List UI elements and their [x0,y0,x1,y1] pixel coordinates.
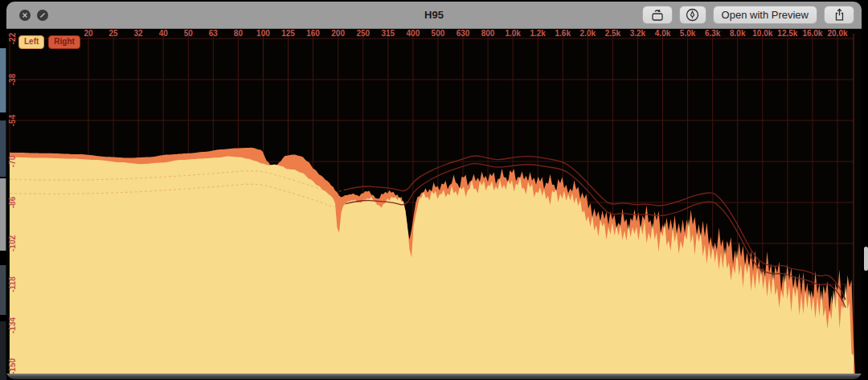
freq-tick-label: 315 [381,29,395,38]
legend-left-chip[interactable]: Left [18,35,44,49]
share-button[interactable] [824,6,854,24]
freq-tick-label: 16.0k [802,29,822,38]
db-tick-label: -118 [8,276,17,292]
background-fragment [0,178,6,251]
freq-tick-label: 125 [281,29,295,38]
freq-tick-label: 4.0k [655,29,670,38]
background-fragment [0,265,6,315]
freq-tick-label: 8.0k [730,29,745,38]
freq-tick-label: 6.3k [705,29,720,38]
db-tick-label: -22 [8,33,17,44]
freq-tick-label: 1.6k [555,29,571,38]
freq-tick-label: 12.5k [777,29,797,38]
freq-tick-label: 160 [306,29,320,38]
background-fragment [0,321,6,380]
freq-tick-label: 100 [256,29,270,38]
legend: Left Right [18,35,80,49]
db-tick-label: -54 [8,115,17,126]
freq-tick-label: 50 [184,29,193,38]
freq-tick-label: 40 [159,29,168,38]
rotate-button[interactable] [642,6,673,24]
spectrum-chart [6,29,862,379]
freq-tick-label: 2.5k [605,29,620,38]
freq-tick-label: 63 [209,29,218,38]
scrollbar-thumb[interactable] [864,247,868,271]
db-tick-label: -134 [8,317,17,333]
titlebar: H95 Open with Preview [6,2,862,29]
freq-tick-label: 80 [234,29,243,38]
freq-tick-label: 10.0k [752,29,772,38]
markup-icon [685,7,700,22]
freq-tick-label: 800 [481,29,495,38]
quicklook-window: H95 Open with Preview [6,2,862,379]
background-fragment [0,121,6,177]
freq-tick-label: 200 [331,29,345,38]
rotate-icon [649,7,665,22]
db-tick-label: -86 [8,197,17,208]
window-bottom-edge [6,374,862,379]
markup-button[interactable] [679,6,706,24]
legend-right-chip[interactable]: Right [48,35,80,49]
share-icon [832,7,847,22]
freq-tick-label: 32 [134,29,143,38]
freq-tick-label: 250 [356,29,370,38]
screen: H95 Open with Preview [0,0,868,380]
spectrum-plot: 2025324050638010012516020025031540050063… [6,29,862,379]
freq-tick-label: 1.0k [505,29,520,38]
db-tick-label: -70 [8,156,17,167]
freq-tick-label: 25 [109,29,118,38]
freq-tick-label: 2.0k [580,29,596,38]
freq-tick-label: 400 [407,29,420,38]
freq-tick-label: 3.2k [630,29,645,38]
freq-tick-label: 1.2k [530,29,545,38]
background-fragment [0,48,6,112]
db-tick-label: -38 [8,74,17,85]
freq-tick-label: 20 [84,29,92,38]
toolbar: Open with Preview [642,6,854,24]
open-with-preview-button[interactable]: Open with Preview [713,6,817,24]
freq-tick-label: 5.0k [680,29,695,38]
freq-tick-label: 630 [457,29,470,38]
freq-tick-label: 500 [432,29,445,38]
freq-tick-label: 20.0k [827,29,847,38]
db-tick-label: -150 [8,358,17,374]
db-tick-label: -102 [8,235,17,251]
